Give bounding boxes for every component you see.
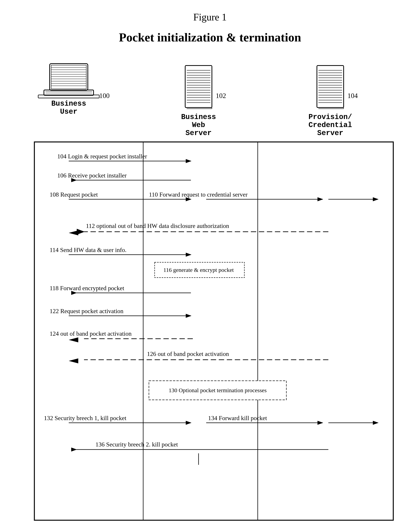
- svg-text:104: 104: [347, 92, 358, 100]
- svg-marker-90: [69, 358, 78, 363]
- svg-text:126 out of band pocket activat: 126 out of band pocket activation: [147, 350, 229, 357]
- svg-text:124 out of band pocket activat: 124 out of band pocket activation: [50, 330, 131, 337]
- svg-rect-14: [44, 90, 94, 95]
- svg-text:112 optional out of band HW da: 112 optional out of band HW data disclos…: [86, 222, 229, 229]
- svg-text:Web: Web: [192, 121, 205, 129]
- sequence-diagram: Business User 100 Business Web Server 10…: [19, 60, 401, 529]
- svg-text:Business: Business: [51, 100, 86, 108]
- figure-title: Figure 1: [15, 12, 405, 23]
- svg-text:136 Security breech 2. kill po: 136 Security breech 2. kill pocket: [95, 441, 178, 448]
- svg-marker-77: [69, 230, 78, 235]
- svg-text:114 Send HW data & user info.: 114 Send HW data & user info.: [50, 246, 127, 253]
- svg-text:108 Request pocket: 108 Request pocket: [50, 191, 98, 198]
- svg-text:Business: Business: [181, 113, 216, 121]
- svg-rect-42: [317, 66, 344, 107]
- svg-text:100: 100: [99, 92, 110, 100]
- svg-text:110 Forward request to credent: 110 Forward request to credential server: [149, 191, 248, 198]
- svg-text:132 Security breech 1, kill po: 132 Security breech 1, kill pocket: [44, 415, 126, 422]
- svg-text:130 Optional pocket terminatio: 130 Optional pocket termination processe…: [169, 387, 267, 393]
- svg-text:Server: Server: [317, 129, 344, 137]
- svg-text:Credential: Credential: [308, 121, 352, 129]
- diagram-title: Pocket initialization & termination: [15, 30, 405, 44]
- svg-rect-4: [51, 65, 86, 89]
- svg-text:Provision/: Provision/: [308, 113, 352, 121]
- svg-text:118 Forward encrypted pocket: 118 Forward encrypted pocket: [50, 285, 124, 291]
- svg-text:102: 102: [216, 92, 226, 100]
- svg-text:104 Login & request pocket ins: 104 Login & request pocket installer: [57, 153, 147, 160]
- svg-marker-87: [69, 337, 78, 342]
- svg-text:116 generate & encrypt pocket: 116 generate & encrypt pocket: [164, 267, 234, 273]
- svg-text:134 Forward kill pocket: 134 Forward kill pocket: [208, 415, 267, 422]
- svg-text:Server: Server: [186, 129, 212, 137]
- svg-rect-21: [185, 66, 212, 107]
- svg-text:122 Request pocket activation: 122 Request pocket activation: [50, 308, 124, 315]
- page-container: Figure 1 Pocket initialization & termina…: [0, 0, 420, 529]
- svg-text:User: User: [60, 107, 77, 116]
- svg-text:106 Receive pocket installer: 106 Receive pocket installer: [57, 172, 127, 179]
- svg-rect-3: [50, 64, 88, 90]
